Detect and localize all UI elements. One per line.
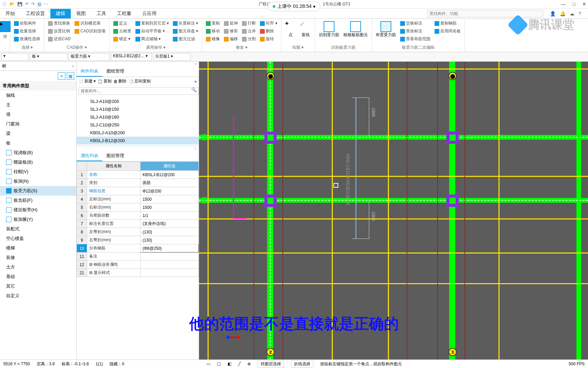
prop-value-remark[interactable] bbox=[140, 252, 198, 261]
two-point-axis-button[interactable]: 两点辅轴 ▾ bbox=[134, 36, 170, 42]
component-panel-close-icon[interactable]: × bbox=[77, 62, 199, 66]
lock-button[interactable]: 锁定 ▾ bbox=[112, 36, 132, 42]
nav-item-beam[interactable]: 梁 bbox=[0, 129, 76, 138]
component-item[interactable]: KBSLJ-A10@200 bbox=[77, 129, 199, 137]
component-search-input[interactable] bbox=[79, 87, 199, 95]
prop-value-right-bend[interactable]: (130) bbox=[140, 236, 198, 244]
prop-expand-display[interactable]: ⊞ 显示样式 bbox=[87, 269, 141, 277]
nav-item-wall[interactable]: 墙 bbox=[0, 110, 76, 119]
auto-align-button[interactable]: 自动平齐板 ▾ bbox=[134, 28, 170, 34]
global-search-input[interactable] bbox=[427, 10, 543, 17]
check-rebar-button[interactable]: 校核板筋图元 bbox=[342, 20, 369, 44]
swap-annotation-button[interactable]: 交换标注 bbox=[399, 20, 431, 27]
save-element-button[interactable]: 图元存盘 ▾ bbox=[172, 28, 199, 34]
tree-view-list-icon[interactable]: ≡ bbox=[58, 72, 65, 80]
line-tool-button[interactable]: ／直线 bbox=[299, 20, 312, 44]
window-maximize-icon[interactable]: □ bbox=[573, 1, 575, 7]
view-range-button[interactable]: 查看布筋范围 bbox=[399, 36, 431, 42]
pick-component-button[interactable]: 拾取构件 bbox=[13, 20, 41, 27]
window-close-icon[interactable]: ✕ bbox=[582, 1, 586, 7]
merge-button[interactable]: 合并 bbox=[241, 28, 257, 34]
nav-slab-rebar[interactable]: 板受力筋(S) bbox=[0, 186, 76, 196]
selector-component[interactable]: KBSLJ-B12@2… ▾ bbox=[111, 53, 152, 61]
set-scale-button[interactable]: 设置比例 bbox=[47, 28, 71, 34]
tab-drawing-mgmt[interactable]: 图纸管理 bbox=[102, 66, 128, 77]
help-icon[interactable]: ? bbox=[578, 11, 581, 16]
cad-options-button[interactable]: CAD识别选项 bbox=[74, 28, 106, 34]
nav-close-icon[interactable]: × bbox=[71, 64, 74, 69]
qat-save-icon[interactable]: 💾 bbox=[17, 2, 22, 6]
qat-sort-icon[interactable]: ▤ bbox=[37, 2, 41, 6]
find-replace-button[interactable]: 查找替换 bbox=[47, 20, 71, 27]
nav-slab-spiral[interactable]: 螺旋板(B) bbox=[0, 157, 76, 167]
select-by-prop-button[interactable]: 按属性选择 bbox=[13, 36, 41, 42]
tab-quantity[interactable]: 工程量 bbox=[112, 9, 137, 18]
tab-property-list[interactable]: 属性列表 bbox=[77, 151, 102, 161]
nav-slab-cast[interactable]: 现浇板(B) bbox=[0, 148, 76, 157]
nav-slab-negative[interactable]: 板负筋(F) bbox=[0, 196, 76, 205]
prop-value-name[interactable]: KBSLJ-B12@200 bbox=[140, 171, 198, 179]
break-button[interactable]: 打断 bbox=[241, 20, 257, 27]
prop-value-left-dim[interactable]: 1500 bbox=[140, 195, 198, 203]
restore-cad-button[interactable]: 还原CAD bbox=[47, 36, 71, 42]
place-rebar-button[interactable]: 布置受力筋 bbox=[375, 20, 397, 44]
recognize-rebar-button[interactable]: 识别受力筋 bbox=[318, 20, 340, 44]
prop-expand-rebar[interactable]: ⊞ 钢筋业务属性 bbox=[87, 261, 141, 269]
copy-rebar-button[interactable]: 复制钢筋 bbox=[434, 20, 462, 27]
polyline-select-button[interactable]: 折线选择 bbox=[291, 361, 313, 368]
nav-item-slab[interactable]: 板 bbox=[0, 138, 76, 148]
nav-item-axis[interactable]: 轴线 bbox=[0, 91, 76, 100]
component-item-selected[interactable]: KBSLJ-B12@200 bbox=[77, 137, 199, 144]
nav-floor-strip[interactable]: 楼层板带(H) bbox=[0, 205, 76, 215]
qat-new-icon[interactable]: 📄 bbox=[2, 2, 7, 6]
tab-settings[interactable]: 工程设置 bbox=[20, 9, 50, 18]
bell-icon[interactable]: 🔔 bbox=[560, 11, 566, 16]
selector-1[interactable]: ▾ bbox=[1, 53, 29, 61]
select-tool-button[interactable]: ▶ bbox=[3, 20, 7, 33]
prop-value-rebar-info[interactable]: Φ12@200 bbox=[140, 187, 198, 195]
filter-button[interactable]: 图元过滤 bbox=[172, 36, 199, 42]
status-tool-icon[interactable]: ╱ bbox=[238, 362, 241, 366]
prop-panel-close-icon[interactable]: × bbox=[77, 146, 199, 151]
component-item[interactable]: SLJ-A10@200 bbox=[77, 97, 199, 105]
prop-value-distribution[interactable]: (Φ6@250) bbox=[140, 244, 198, 252]
prop-value-dim-pos[interactable]: (支座外边线) bbox=[140, 220, 198, 228]
cloud-check-button[interactable]: 云检查 bbox=[112, 28, 132, 34]
status-tool-icon[interactable]: ◧ bbox=[228, 362, 231, 366]
tab-tools[interactable]: 工具 bbox=[91, 9, 112, 18]
tab-component-list[interactable]: 构件列表 bbox=[77, 66, 102, 77]
window-minimize-icon[interactable]: — bbox=[561, 1, 566, 7]
selector-category[interactable]: 板 ▾ bbox=[30, 53, 67, 61]
nav-item-opening[interactable]: 门窗洞 bbox=[0, 119, 76, 129]
copy-component-button[interactable]: 📋复制 bbox=[98, 78, 112, 84]
floor-copy-button[interactable]: 📑层间复制 bbox=[129, 78, 151, 84]
tab-cloud[interactable]: 云应用 bbox=[137, 9, 162, 18]
trim-button[interactable]: 修剪 bbox=[223, 28, 239, 34]
component-item[interactable]: SLJ-C10@250 bbox=[77, 121, 199, 129]
check-annotation-button[interactable]: 查改标注 bbox=[399, 28, 431, 34]
apply-same-name-button[interactable]: 应用同名板 bbox=[434, 28, 462, 34]
component-item[interactable]: SLJ-A10@180 bbox=[77, 113, 199, 121]
selector-layer[interactable]: 分层板1 ▾ bbox=[153, 53, 191, 61]
tab-modeling[interactable]: 建模 bbox=[50, 9, 71, 18]
prop-value-stirrup[interactable]: 1/1 bbox=[140, 212, 198, 220]
toolbar-more-icon[interactable]: » bbox=[194, 79, 197, 84]
split-button[interactable]: 分割 bbox=[241, 36, 257, 42]
recognize-floor-button[interactable]: 识别楼层表 bbox=[74, 20, 106, 27]
nav-item-stair[interactable]: 楼梯 bbox=[0, 243, 76, 253]
nav-item-prefab[interactable]: 装配式 bbox=[0, 224, 76, 234]
prop-value-left-bend[interactable]: (130) bbox=[140, 228, 198, 236]
qat-undo-icon[interactable]: ↶ bbox=[25, 2, 29, 6]
mirror-button[interactable]: 镜像 bbox=[205, 36, 221, 42]
status-tool-icon[interactable]: ▭ bbox=[207, 362, 210, 366]
search-icon[interactable]: 🔍 bbox=[191, 87, 197, 95]
copy-button[interactable]: 复制 bbox=[205, 20, 221, 27]
qat-open-icon[interactable]: 📂 bbox=[10, 2, 15, 6]
cross-layer-select-button[interactable]: 跨图层选择 bbox=[258, 361, 284, 368]
tab-view[interactable]: 视图 bbox=[71, 9, 91, 18]
status-tool-icon[interactable]: ⊕ bbox=[247, 362, 251, 366]
point-tool-button[interactable]: ✚点 bbox=[284, 20, 297, 44]
prop-value-category[interactable]: 面筋 bbox=[140, 179, 198, 187]
nav-item-other[interactable]: 其它 bbox=[0, 281, 76, 291]
offset-button[interactable]: 偏移 bbox=[223, 36, 239, 42]
